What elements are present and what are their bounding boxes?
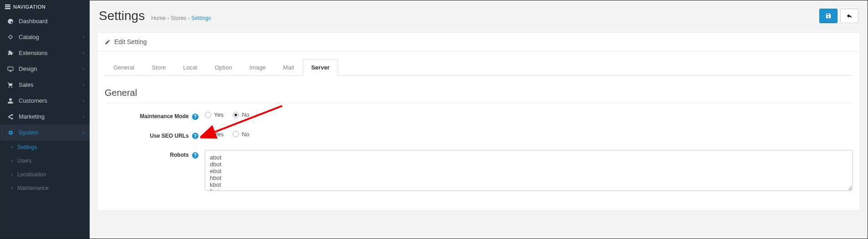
radio-icon xyxy=(233,112,239,118)
svg-rect-0 xyxy=(5,5,10,5)
radio-icon xyxy=(205,131,211,137)
settings-panel: Edit Setting General Store Local Option … xyxy=(97,32,860,211)
hamburger-icon xyxy=(5,5,10,9)
sidebar-item-extensions[interactable]: Extensions › xyxy=(0,45,90,61)
sidebar-item-sales[interactable]: Sales › xyxy=(0,77,90,93)
seo-no-radio[interactable]: No xyxy=(233,131,249,138)
help-icon[interactable]: ? xyxy=(192,133,198,139)
chevron-right-icon: › xyxy=(83,114,84,119)
sidebar-item-customers[interactable]: Customers › xyxy=(0,93,90,109)
maintenance-label: Maintenance Mode xyxy=(140,113,188,120)
form-row-robots: Robots ? xyxy=(105,150,853,192)
robots-textarea[interactable] xyxy=(205,150,853,191)
main-content: Settings Home › Stores › Settings xyxy=(90,0,868,239)
svg-rect-2 xyxy=(5,8,10,9)
breadcrumb-home[interactable]: Home xyxy=(151,15,166,21)
chevron-right-icon: › xyxy=(83,66,84,71)
user-icon xyxy=(7,98,14,104)
save-button[interactable] xyxy=(819,9,838,23)
breadcrumb-settings[interactable]: Settings xyxy=(191,15,211,21)
double-chevron-icon: » xyxy=(10,172,13,177)
sidebar-subitem-label: Users xyxy=(17,158,31,164)
sidebar-item-label: Customers xyxy=(19,97,47,104)
double-chevron-icon: » xyxy=(10,145,13,149)
help-icon[interactable]: ? xyxy=(192,114,198,120)
double-chevron-icon: » xyxy=(10,186,13,190)
chevron-right-icon: › xyxy=(83,130,84,135)
puzzle-icon xyxy=(7,50,14,56)
tabs: General Store Local Option Image Mail Se… xyxy=(105,59,853,76)
sidebar-item-system[interactable]: System › xyxy=(0,124,90,140)
sidebar-item-label: System xyxy=(19,129,38,136)
share-icon xyxy=(7,114,14,120)
breadcrumbs: Home › Stores › Settings xyxy=(151,15,211,21)
monitor-icon xyxy=(7,66,14,72)
chevron-right-icon: › xyxy=(83,50,84,55)
sidebar-item-dashboard[interactable]: Dashboard xyxy=(0,13,90,29)
radio-label: Yes xyxy=(214,111,223,118)
tab-image[interactable]: Image xyxy=(241,59,274,76)
form-row-maintenance: Maintenance Mode ? Yes No xyxy=(105,111,853,120)
nav-header-label: NAVIGATION xyxy=(13,4,46,10)
sidebar-subitem-maintenance[interactable]: » Maintenance xyxy=(0,181,90,195)
tab-store[interactable]: Store xyxy=(143,59,174,76)
radio-label: No xyxy=(242,131,249,138)
sidebar-item-label: Marketing xyxy=(19,113,45,120)
tab-general[interactable]: General xyxy=(105,59,143,76)
tab-mail[interactable]: Mail xyxy=(274,59,303,76)
cart-icon xyxy=(7,82,14,88)
back-button[interactable] xyxy=(840,9,858,23)
sidebar-item-label: Catalog xyxy=(19,34,39,40)
tab-local[interactable]: Local xyxy=(174,59,206,76)
tag-icon xyxy=(7,34,14,40)
tab-option[interactable]: Option xyxy=(206,59,240,76)
radio-icon xyxy=(205,112,211,118)
sidebar-item-label: Dashboard xyxy=(19,18,48,25)
sidebar-item-label: Sales xyxy=(19,81,34,88)
radio-icon xyxy=(233,131,239,137)
panel-title: Edit Setting xyxy=(114,38,147,45)
breadcrumb-stores[interactable]: Stores xyxy=(171,15,187,21)
dashboard-icon xyxy=(7,18,14,25)
radio-label: No xyxy=(242,111,249,118)
sidebar-item-design[interactable]: Design › xyxy=(0,61,90,77)
sidebar-item-marketing[interactable]: Marketing › xyxy=(0,109,90,124)
sidebar-item-label: Design xyxy=(19,65,37,72)
sidebar-subitem-users[interactable]: » Users xyxy=(0,154,90,168)
page-title: Settings xyxy=(99,9,145,23)
section-title: General xyxy=(105,84,853,103)
panel-heading: Edit Setting xyxy=(97,33,860,51)
sidebar-subitem-localisation[interactable]: » Localisation xyxy=(0,168,90,181)
tab-server[interactable]: Server xyxy=(303,59,338,76)
robots-label: Robots xyxy=(170,152,188,158)
sidebar-subitem-label: Maintenance xyxy=(17,185,49,191)
seo-yes-radio[interactable]: Yes xyxy=(205,131,223,138)
nav-header: NAVIGATION xyxy=(0,0,90,13)
chevron-right-icon: › xyxy=(83,82,84,87)
maintenance-yes-radio[interactable]: Yes xyxy=(205,111,223,118)
chevron-right-icon: › xyxy=(83,35,84,40)
sidebar-subitem-label: Localisation xyxy=(17,171,46,178)
form-row-seo: Use SEO URLs ? Yes No xyxy=(105,131,853,139)
maintenance-no-radio[interactable]: No xyxy=(233,111,249,118)
sidebar-item-label: Extensions xyxy=(19,50,48,56)
sidebar-subitem-settings[interactable]: » Settings xyxy=(0,140,90,154)
sidebar: NAVIGATION Dashboard Catalog › Extension… xyxy=(0,0,90,239)
page-header: Settings Home › Stores › Settings xyxy=(97,6,860,26)
double-chevron-icon: » xyxy=(10,159,13,163)
seo-label: Use SEO URLs xyxy=(150,133,188,139)
pencil-icon xyxy=(105,39,111,45)
sidebar-item-catalog[interactable]: Catalog › xyxy=(0,29,90,45)
radio-label: Yes xyxy=(214,131,223,138)
save-icon xyxy=(825,13,832,19)
svg-rect-1 xyxy=(5,6,10,7)
gear-icon xyxy=(7,129,14,136)
sidebar-subitem-label: Settings xyxy=(17,144,37,150)
help-icon[interactable]: ? xyxy=(192,152,198,159)
chevron-right-icon: › xyxy=(83,98,84,103)
reply-icon xyxy=(846,13,853,19)
